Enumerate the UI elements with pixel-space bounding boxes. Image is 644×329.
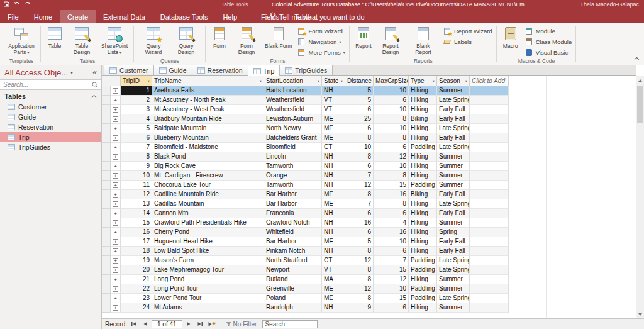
- sidebar-item[interactable]: Reservation: [0, 122, 101, 132]
- cell-type[interactable]: Biking: [409, 190, 437, 199]
- ribbon-button[interactable]: Report Design: [374, 24, 407, 56]
- cell-type[interactable]: Hiking: [409, 275, 437, 284]
- record-selector[interactable]: [102, 228, 111, 237]
- ribbon-button[interactable]: Table: [44, 24, 65, 50]
- cell-state[interactable]: ME: [322, 237, 345, 247]
- cell-state[interactable]: NH: [322, 162, 345, 171]
- cell-click-to-add[interactable]: [470, 133, 509, 143]
- cell-state[interactable]: NH: [322, 86, 345, 96]
- cell-maxgrpsize[interactable]: 7: [374, 256, 409, 265]
- cell-maxgrpsize[interactable]: 10: [374, 124, 409, 133]
- navigation-search-input[interactable]: [3, 81, 89, 88]
- record-selector[interactable]: [102, 124, 111, 133]
- cell-tripid[interactable]: 17: [121, 237, 152, 247]
- ribbon-tab[interactable]: Home: [26, 10, 60, 23]
- cell-maxgrpsize[interactable]: 15: [374, 265, 409, 275]
- cell-state[interactable]: VT: [322, 96, 345, 105]
- filter-indicator[interactable]: No Filter: [226, 321, 257, 328]
- cell-tripid[interactable]: 16: [121, 228, 152, 237]
- cell-startlocation[interactable]: Greenville: [264, 284, 322, 294]
- cell-distance[interactable]: 12: [345, 256, 374, 265]
- cell-distance[interactable]: 6: [345, 124, 374, 133]
- cell-type[interactable]: Hiking: [409, 96, 437, 105]
- ribbon-tab[interactable]: Help: [215, 10, 245, 23]
- save-icon[interactable]: [4, 1, 9, 7]
- record-selector[interactable]: [102, 162, 111, 171]
- cell-season[interactable]: Summer: [437, 303, 470, 313]
- expand-subdatasheet-button[interactable]: [111, 133, 121, 143]
- cell-state[interactable]: NH: [322, 303, 345, 313]
- cell-maxgrpsize[interactable]: 6: [374, 303, 409, 313]
- cell-distance[interactable]: 8: [345, 133, 374, 143]
- cell-click-to-add[interactable]: [470, 190, 509, 199]
- cell-season[interactable]: Early Fall: [437, 133, 470, 143]
- expand-subdatasheet-button[interactable]: [111, 162, 121, 171]
- expand-subdatasheet-button[interactable]: [111, 114, 121, 124]
- cell-distance[interactable]: 8: [345, 265, 374, 275]
- cell-click-to-add[interactable]: [470, 105, 509, 114]
- record-selector[interactable]: [102, 181, 111, 190]
- expand-subdatasheet-button[interactable]: [111, 181, 121, 190]
- cell-season[interactable]: Late Spring: [437, 256, 470, 265]
- cell-maxgrpsize[interactable]: 16: [374, 190, 409, 199]
- column-header[interactable]: MaxGrpSize: [374, 76, 409, 86]
- ribbon-tab[interactable]: Create: [60, 10, 96, 23]
- cell-startlocation[interactable]: Orange: [264, 171, 322, 181]
- account-name[interactable]: Thela Macedo-Galapac: [580, 1, 639, 8]
- cell-state[interactable]: CT: [322, 143, 345, 152]
- cell-tripname[interactable]: Long Pond Tour: [152, 284, 264, 294]
- cell-type[interactable]: Paddling: [409, 265, 437, 275]
- select-all-corner[interactable]: [102, 76, 121, 86]
- column-header[interactable]: Distance: [345, 76, 374, 86]
- cell-season[interactable]: Late Spring: [437, 96, 470, 105]
- record-selector[interactable]: [102, 190, 111, 199]
- cell-tripname[interactable]: Cadillac Mountain Ride: [152, 190, 264, 199]
- navigation-search[interactable]: [0, 79, 101, 90]
- ribbon-button[interactable]: Query Wizard: [137, 24, 170, 56]
- sidebar-item[interactable]: TripGuides: [0, 142, 101, 152]
- next-record-button[interactable]: [184, 320, 194, 328]
- cell-distance[interactable]: 12: [345, 181, 374, 190]
- cell-startlocation[interactable]: Newport: [264, 265, 322, 275]
- ribbon-button[interactable]: Application Parts: [5, 24, 38, 56]
- cell-maxgrpsize[interactable]: 4: [374, 218, 409, 228]
- cell-state[interactable]: NH: [322, 228, 345, 237]
- cell-tripid[interactable]: 2: [121, 96, 152, 105]
- cell-startlocation[interactable]: Franconia: [264, 209, 322, 218]
- record-selector[interactable]: [102, 237, 111, 247]
- ribbon-button[interactable]: Labels: [443, 38, 492, 46]
- cell-type[interactable]: Paddling: [409, 284, 437, 294]
- cell-distance[interactable]: 7: [345, 171, 374, 181]
- cell-tripid[interactable]: 11: [121, 181, 152, 190]
- cell-tripid[interactable]: 4: [121, 114, 152, 124]
- column-header[interactable]: TripName: [152, 76, 264, 86]
- cell-distance[interactable]: 16: [345, 218, 374, 228]
- cell-maxgrpsize[interactable]: 6: [374, 96, 409, 105]
- cell-maxgrpsize[interactable]: 15: [374, 294, 409, 303]
- cell-click-to-add[interactable]: [470, 228, 509, 237]
- cell-tripname[interactable]: Cannon Mtn: [152, 209, 264, 218]
- cell-tripname[interactable]: Bradbury Mountain Ride: [152, 114, 264, 124]
- cell-distance[interactable]: 12: [345, 284, 374, 294]
- cell-season[interactable]: Late Spring: [437, 199, 470, 209]
- cell-type[interactable]: Hiking: [409, 162, 437, 171]
- last-record-button[interactable]: [196, 320, 205, 328]
- cell-season[interactable]: Late Spring: [437, 294, 470, 303]
- expand-subdatasheet-button[interactable]: [111, 152, 121, 162]
- cell-tripid[interactable]: 1: [121, 86, 152, 96]
- ribbon-button[interactable]: Report Wizard: [443, 27, 492, 35]
- expand-subdatasheet-button[interactable]: [111, 247, 121, 256]
- cell-type[interactable]: Paddling: [409, 181, 437, 190]
- document-tab[interactable]: Customer: [104, 65, 154, 75]
- cell-tripname[interactable]: Low Bald Spot Hike: [152, 247, 264, 256]
- cell-startlocation[interactable]: Bloomfield: [264, 143, 322, 152]
- cell-type[interactable]: Hiking: [409, 105, 437, 114]
- cell-maxgrpsize[interactable]: 8: [374, 114, 409, 124]
- cell-click-to-add[interactable]: [470, 284, 509, 294]
- cell-season[interactable]: Summer: [437, 162, 470, 171]
- cell-maxgrpsize[interactable]: 10: [374, 284, 409, 294]
- cell-startlocation[interactable]: Tamworth: [264, 162, 322, 171]
- cell-startlocation[interactable]: North Newry: [264, 124, 322, 133]
- expand-subdatasheet-button[interactable]: [111, 96, 121, 105]
- scrollbar-thumb[interactable]: [637, 86, 643, 123]
